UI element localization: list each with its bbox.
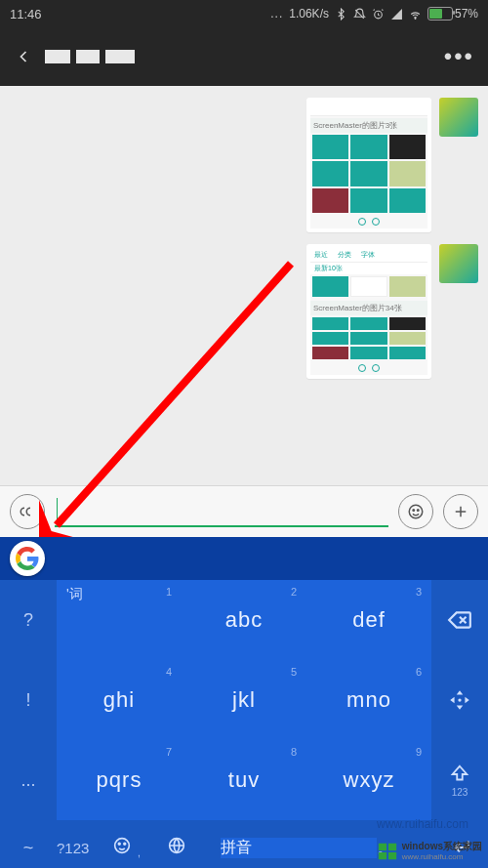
key-backspace[interactable] [431, 580, 488, 660]
key-mno[interactable]: mno6 [306, 660, 431, 740]
key-question[interactable]: ? [0, 580, 57, 660]
svg-point-1 [415, 18, 416, 19]
status-icons: ... 1.06K/s 57% [270, 7, 478, 21]
svg-point-2 [409, 505, 423, 518]
key-ghi[interactable]: ghi4 [57, 660, 182, 740]
svg-point-8 [124, 843, 126, 845]
svg-point-4 [418, 510, 420, 512]
key-exclaim[interactable]: ! [0, 660, 57, 740]
status-time: 11:46 [10, 7, 42, 21]
google-logo-icon [16, 547, 39, 570]
network-speed-icon: ... [270, 7, 283, 21]
message-row: 最近分类字体 最新10张 ScreenMaster的图片34张 [0, 238, 488, 385]
key-emoji[interactable]: , [111, 835, 166, 861]
key-pqrs[interactable]: pqrs7 [57, 740, 182, 820]
key-abc[interactable]: abc2 [182, 580, 306, 660]
key-shift[interactable]: 123 [431, 740, 488, 820]
svg-point-6 [115, 838, 130, 852]
message-row: ScreenMaster的图片3张 [0, 92, 488, 238]
back-icon[interactable] [14, 47, 33, 66]
battery-icon: 57% [427, 7, 478, 21]
image-message[interactable]: ScreenMaster的图片3张 [306, 98, 431, 232]
wifi-icon [409, 8, 422, 21]
chat-title [45, 50, 135, 63]
globe-icon [166, 835, 187, 856]
message-input-bar [0, 485, 488, 537]
svg-rect-13 [379, 852, 386, 859]
alarm-icon [372, 8, 385, 21]
windows-logo-icon [377, 841, 398, 862]
bottom-row: ?123 , 拼音 。 [57, 820, 431, 868]
key-1[interactable]: '词1 [57, 580, 182, 660]
watermark: windows系统家园 www.ruihaifu.com [377, 841, 482, 862]
emoji-icon [111, 835, 133, 856]
dnd-icon [353, 8, 366, 21]
key-wxyz[interactable]: wxyz9 [306, 740, 431, 820]
svg-rect-12 [388, 844, 396, 850]
dpad-icon [447, 687, 472, 713]
bluetooth-icon [335, 8, 347, 21]
backspace-icon [447, 607, 472, 633]
emoji-button[interactable] [398, 494, 433, 529]
thumb-caption: ScreenMaster的图片3张 [310, 118, 427, 133]
status-bar: 11:46 ... 1.06K/s 57% [0, 0, 488, 27]
signal-icon [390, 8, 403, 21]
chat-area[interactable]: ScreenMaster的图片3张 最近分类字体 最新10张 ScreenMas… [0, 86, 488, 485]
google-button[interactable] [10, 541, 45, 576]
shift-icon [449, 764, 470, 785]
chat-title-bar: ••• [0, 27, 488, 86]
battery-pct: 57% [455, 7, 478, 21]
voice-input-button[interactable] [10, 494, 45, 529]
more-icon[interactable]: ••• [444, 43, 474, 70]
svg-point-3 [413, 510, 415, 512]
avatar[interactable] [439, 244, 478, 283]
key-language[interactable] [166, 835, 221, 861]
key-jkl[interactable]: jkl5 [182, 660, 306, 740]
avatar[interactable] [439, 98, 478, 137]
svg-rect-14 [388, 852, 396, 859]
key-tuv[interactable]: tuv8 [182, 740, 306, 820]
svg-point-7 [118, 843, 120, 845]
key-ellipsis[interactable]: ... [0, 740, 57, 820]
key-space[interactable]: 拼音 [221, 838, 377, 858]
svg-point-5 [458, 698, 461, 701]
svg-rect-11 [379, 844, 386, 850]
message-text-input[interactable] [55, 496, 388, 527]
key-tilde[interactable]: ~ [0, 820, 57, 868]
key-symbols[interactable]: ?123 [57, 840, 111, 856]
add-button[interactable] [443, 494, 478, 529]
net-speed: 1.06K/s [289, 7, 329, 21]
watermark-faint: www.ruihaifu.com [377, 817, 468, 831]
keyboard-suggestion-strip [0, 537, 488, 580]
key-def[interactable]: def3 [306, 580, 431, 660]
image-message[interactable]: 最近分类字体 最新10张 ScreenMaster的图片34张 [306, 244, 431, 379]
thumb-caption: ScreenMaster的图片34张 [310, 301, 427, 315]
key-dpad[interactable] [431, 660, 488, 740]
